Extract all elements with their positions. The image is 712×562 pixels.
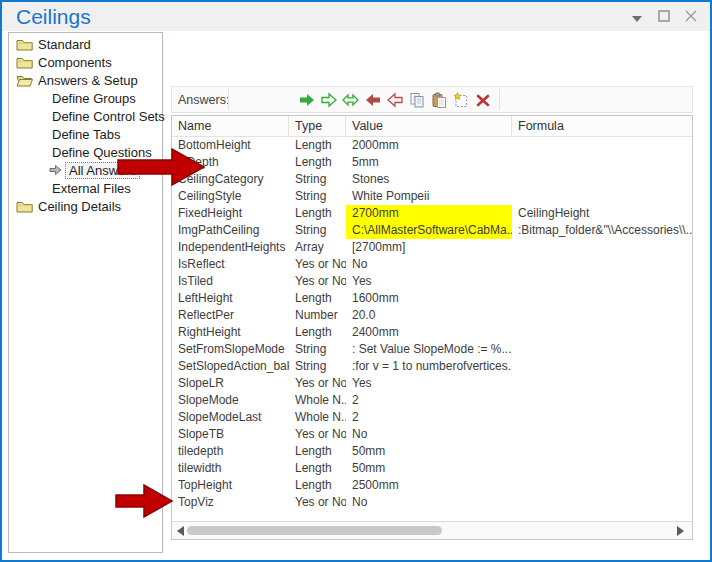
sidebar-item-define-control-sets[interactable]: Define Control Sets <box>9 107 162 125</box>
cell-formula <box>512 171 692 188</box>
answers-label: Answers: <box>172 93 228 107</box>
cell-value: 50mm <box>346 460 512 477</box>
move-right-filled-icon[interactable] <box>298 92 315 108</box>
answers-toolbar: Answers: <box>171 86 693 113</box>
table-row[interactable]: CeilingCategoryStringStones <box>172 171 692 188</box>
title-bar: Ceilings <box>2 2 710 31</box>
cell-name: tilewidth <box>172 460 289 477</box>
table-header: NameTypeValueFormula <box>172 116 692 137</box>
maximize-button[interactable] <box>657 10 671 24</box>
scrollbar-thumb[interactable] <box>187 526 442 535</box>
cell-formula <box>512 154 692 171</box>
table-row[interactable]: SetFromSlopeModeString: Set Value SlopeM… <box>172 341 692 358</box>
table-row[interactable]: SetSlopedAction_bakString:for v = 1 to n… <box>172 358 692 375</box>
folder-closed-icon <box>16 55 35 69</box>
cell-formula <box>512 392 692 409</box>
move-right-outline-icon[interactable] <box>320 92 337 108</box>
delete-icon[interactable] <box>474 92 491 108</box>
table-row[interactable]: TopVizYes or NoNo <box>172 494 692 511</box>
table-row[interactable]: RightHeightLength2400mm <box>172 324 692 341</box>
maximize-icon <box>658 8 670 26</box>
cell-formula <box>512 341 692 358</box>
table-row[interactable]: LeftHeightLength1600mm <box>172 290 692 307</box>
sidebar-item-standard[interactable]: Standard <box>9 35 162 53</box>
cell-type: Length <box>289 205 346 222</box>
red-annotation-arrow <box>114 482 176 524</box>
cell-formula <box>512 426 692 443</box>
table-row[interactable]: IsReflectYes or NoNo <box>172 256 692 273</box>
horizontal-scrollbar[interactable] <box>172 521 692 539</box>
cell-formula <box>512 188 692 205</box>
sidebar-item-components[interactable]: Components <box>9 53 162 71</box>
cell-name: FixedHeight <box>172 205 289 222</box>
toolbar-buttons <box>298 92 491 108</box>
table-row[interactable]: ImgPathCeilingStringC:\AllMasterSoftware… <box>172 222 692 239</box>
sidebar-item-define-tabs[interactable]: Define Tabs <box>9 125 162 143</box>
table-row[interactable]: IsTiledYes or NoYes <box>172 273 692 290</box>
column-header-type[interactable]: Type <box>289 116 346 136</box>
cell-formula <box>512 409 692 426</box>
table-row[interactable]: tiledepthLength50mm <box>172 443 692 460</box>
cell-name: TopViz <box>172 494 289 511</box>
column-header-formula[interactable]: Formula <box>512 116 692 136</box>
column-header-name[interactable]: Name <box>172 116 289 136</box>
cell-name: ImgPathCeiling <box>172 222 289 239</box>
table-row[interactable]: CeilingStyleStringWhite Pompeii <box>172 188 692 205</box>
cell-type: Yes or No <box>289 273 346 290</box>
table-row[interactable]: tilewidthLength50mm <box>172 460 692 477</box>
table-row[interactable]: CDepthLength5mm <box>172 154 692 171</box>
cell-formula <box>512 273 692 290</box>
scroll-right-arrow-icon[interactable] <box>677 526 684 536</box>
table-row[interactable]: SlopeModeWhole N...2 <box>172 392 692 409</box>
table-row[interactable]: BottomHeightLength2000mm <box>172 137 692 154</box>
cell-name: SlopeTB <box>172 426 289 443</box>
scroll-left-arrow-icon[interactable] <box>177 526 184 536</box>
new-item-icon[interactable] <box>452 92 469 108</box>
cell-formula <box>512 256 692 273</box>
cell-value: 2 <box>346 392 512 409</box>
cell-formula <box>512 239 692 256</box>
cell-type: Whole N... <box>289 409 346 426</box>
cell-name: LeftHeight <box>172 290 289 307</box>
sidebar-item-define-groups[interactable]: Define Groups <box>9 89 162 107</box>
sidebar-item-label: Answers & Setup <box>35 73 141 88</box>
cell-value: 2500mm <box>346 477 512 494</box>
cell-value: No <box>346 256 512 273</box>
cell-value: [2700mm] <box>346 239 512 256</box>
table-row[interactable]: SlopeTBYes or NoNo <box>172 426 692 443</box>
answers-table: NameTypeValueFormula BottomHeightLength2… <box>171 115 693 540</box>
collapse-button[interactable] <box>630 10 644 24</box>
table-row[interactable]: FixedHeightLength2700mmCeilingHeight <box>172 205 692 222</box>
paste-icon[interactable] <box>430 92 447 108</box>
cell-name: SlopeLR <box>172 375 289 392</box>
sidebar-item-ceiling-details[interactable]: Ceiling Details <box>9 197 162 215</box>
sidebar-item-answers-setup[interactable]: Answers & Setup <box>9 71 162 89</box>
column-header-value[interactable]: Value <box>346 116 512 136</box>
table-row[interactable]: IndependentHeightsArray[2700mm] <box>172 239 692 256</box>
cell-type: Number <box>289 307 346 324</box>
cell-name: SlopeModeLast <box>172 409 289 426</box>
cell-value: 5mm <box>346 154 512 171</box>
move-left-filled-icon[interactable] <box>364 92 381 108</box>
move-left-right-icon[interactable] <box>342 92 359 108</box>
folder-closed-icon <box>16 37 35 51</box>
close-button[interactable] <box>684 10 698 24</box>
cell-type: String <box>289 358 346 375</box>
cell-formula <box>512 358 692 375</box>
toolbar-separator <box>228 89 229 110</box>
cell-name: RightHeight <box>172 324 289 341</box>
cell-value: 2 <box>346 409 512 426</box>
table-body: BottomHeightLength2000mmCDepthLength5mmC… <box>172 137 692 511</box>
cell-type: Length <box>289 290 346 307</box>
sidebar-item-label: Define Groups <box>49 91 139 106</box>
sidebar-item-label: Components <box>35 55 115 70</box>
table-row[interactable]: SlopeModeLastWhole N...2 <box>172 409 692 426</box>
copy-icon[interactable] <box>408 92 425 108</box>
move-left-outline-icon[interactable] <box>386 92 403 108</box>
cell-value: Yes <box>346 375 512 392</box>
table-row[interactable]: ReflectPerNumber20.0 <box>172 307 692 324</box>
table-row[interactable]: SlopeLRYes or NoYes <box>172 375 692 392</box>
table-row[interactable]: TopHeightLength2500mm <box>172 477 692 494</box>
cell-name: IndependentHeights <box>172 239 289 256</box>
cell-value: C:\AllMasterSoftware\CabMa... <box>346 222 512 239</box>
